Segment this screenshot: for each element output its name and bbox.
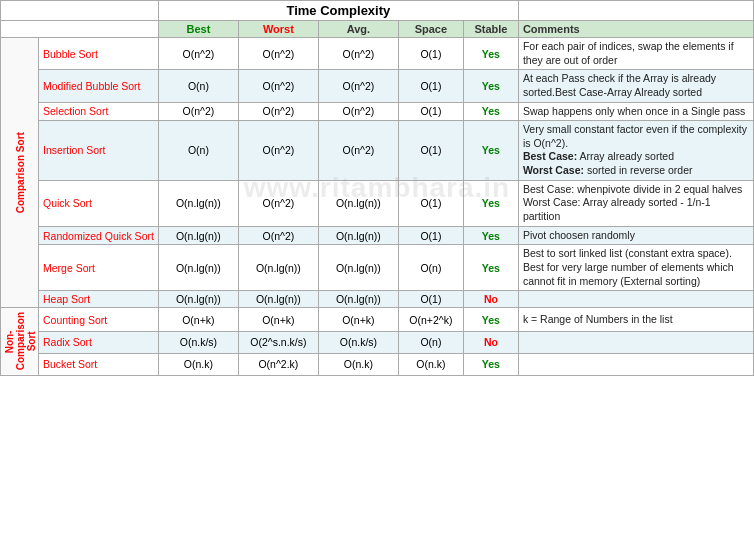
best-val: O(n+k) bbox=[158, 308, 238, 332]
avg-val: O(n^2) bbox=[318, 70, 398, 102]
worst-val: O(n^2.k) bbox=[238, 353, 318, 375]
worst-val: O(n.lg(n)) bbox=[238, 245, 318, 291]
stable-val: Yes bbox=[463, 245, 518, 291]
comment-val: Swap happens only when once in a Single … bbox=[518, 102, 753, 121]
space-val: O(1) bbox=[398, 102, 463, 121]
algo-name: Counting Sort bbox=[39, 308, 159, 332]
worst-val: O(n^2) bbox=[238, 38, 318, 70]
algo-name: Insertion Sort bbox=[39, 121, 159, 181]
algo-name: Radix Sort bbox=[39, 332, 159, 354]
comment-val bbox=[518, 353, 753, 375]
col-header-comments: Comments bbox=[518, 21, 753, 38]
comment-val bbox=[518, 291, 753, 308]
space-val: O(1) bbox=[398, 291, 463, 308]
stable-val: Yes bbox=[463, 38, 518, 70]
col-header-best: Best bbox=[158, 21, 238, 38]
space-val: O(1) bbox=[398, 70, 463, 102]
comment-val: At each Pass check if the Array is alrea… bbox=[518, 70, 753, 102]
complexity-table: Time Complexity Best Worst Avg. Space St… bbox=[0, 0, 754, 376]
best-val: O(n.lg(n)) bbox=[158, 180, 238, 226]
comment-val: For each pair of indices, swap the eleme… bbox=[518, 38, 753, 70]
stable-val: Yes bbox=[463, 121, 518, 181]
algo-name: Randomized Quick Sort bbox=[39, 226, 159, 245]
worst-val: O(n^2) bbox=[238, 70, 318, 102]
algo-name: Heap Sort bbox=[39, 291, 159, 308]
section-label-section-noncomparison: Non- Comparison Sort bbox=[1, 308, 39, 375]
best-val: O(n.k) bbox=[158, 353, 238, 375]
stable-val: No bbox=[463, 332, 518, 354]
col-header-space: Space bbox=[398, 21, 463, 38]
worst-val: O(n^2) bbox=[238, 180, 318, 226]
comment-val: Best Case: whenpivote divide in 2 equal … bbox=[518, 180, 753, 226]
avg-val: O(n^2) bbox=[318, 102, 398, 121]
section-label-section-comparison: Comparison Sort bbox=[1, 38, 39, 308]
comment-val: Best to sort linked list (constant extra… bbox=[518, 245, 753, 291]
best-val: O(n) bbox=[158, 70, 238, 102]
comment-val bbox=[518, 332, 753, 354]
avg-val: O(n.lg(n)) bbox=[318, 245, 398, 291]
stable-val: Yes bbox=[463, 308, 518, 332]
stable-val: No bbox=[463, 291, 518, 308]
worst-val: O(n+k) bbox=[238, 308, 318, 332]
avg-val: O(n^2) bbox=[318, 38, 398, 70]
space-val: O(1) bbox=[398, 121, 463, 181]
comment-val: Pivot choosen randomly bbox=[518, 226, 753, 245]
space-val: O(1) bbox=[398, 226, 463, 245]
algo-name: Quick Sort bbox=[39, 180, 159, 226]
col-header-avg: Avg. bbox=[318, 21, 398, 38]
avg-val: O(n.k/s) bbox=[318, 332, 398, 354]
space-val: O(1) bbox=[398, 38, 463, 70]
algo-name: Bubble Sort bbox=[39, 38, 159, 70]
stable-val: Yes bbox=[463, 353, 518, 375]
algo-name: Selection Sort bbox=[39, 102, 159, 121]
space-val: O(n) bbox=[398, 245, 463, 291]
avg-val: O(n+k) bbox=[318, 308, 398, 332]
avg-val: O(n.lg(n)) bbox=[318, 291, 398, 308]
worst-val: O(n^2) bbox=[238, 226, 318, 245]
time-complexity-header: Time Complexity bbox=[158, 1, 518, 21]
comment-val: Very small constant factor even if the c… bbox=[518, 121, 753, 181]
avg-val: O(n.lg(n)) bbox=[318, 180, 398, 226]
best-val: O(n^2) bbox=[158, 102, 238, 121]
stable-val: Yes bbox=[463, 180, 518, 226]
col-header-stable: Stable bbox=[463, 21, 518, 38]
space-val: O(n.k) bbox=[398, 353, 463, 375]
algo-name: Modified Bubble Sort bbox=[39, 70, 159, 102]
worst-val: O(2^s.n.k/s) bbox=[238, 332, 318, 354]
avg-val: O(n.lg(n)) bbox=[318, 226, 398, 245]
space-val: O(n+2^k) bbox=[398, 308, 463, 332]
stable-val: Yes bbox=[463, 102, 518, 121]
stable-val: Yes bbox=[463, 226, 518, 245]
comment-val: k = Range of Numbers in the list bbox=[518, 308, 753, 332]
avg-val: O(n^2) bbox=[318, 121, 398, 181]
avg-val: O(n.k) bbox=[318, 353, 398, 375]
worst-val: O(n^2) bbox=[238, 102, 318, 121]
space-val: O(n) bbox=[398, 332, 463, 354]
best-val: O(n.lg(n)) bbox=[158, 245, 238, 291]
space-val: O(1) bbox=[398, 180, 463, 226]
best-val: O(n.k/s) bbox=[158, 332, 238, 354]
worst-val: O(n.lg(n)) bbox=[238, 291, 318, 308]
best-val: O(n.lg(n)) bbox=[158, 226, 238, 245]
stable-val: Yes bbox=[463, 70, 518, 102]
best-val: O(n^2) bbox=[158, 38, 238, 70]
col-header-worst: Worst bbox=[238, 21, 318, 38]
algo-name: Merge Sort bbox=[39, 245, 159, 291]
algo-name: Bucket Sort bbox=[39, 353, 159, 375]
worst-val: O(n^2) bbox=[238, 121, 318, 181]
best-val: O(n.lg(n)) bbox=[158, 291, 238, 308]
best-val: O(n) bbox=[158, 121, 238, 181]
